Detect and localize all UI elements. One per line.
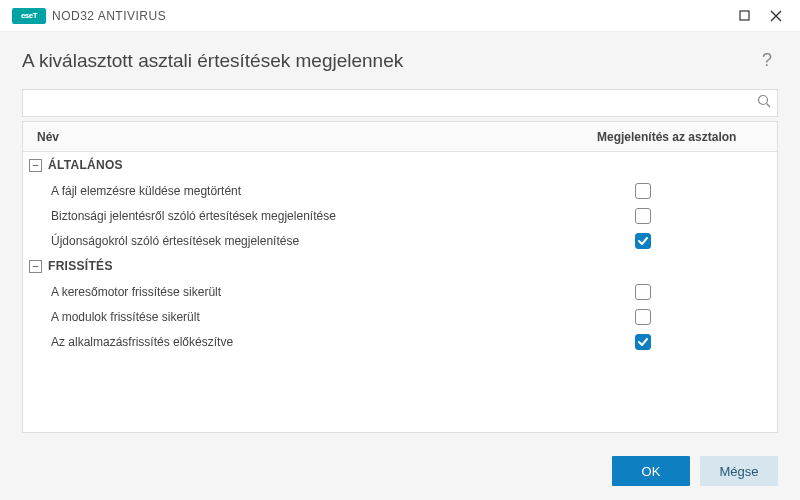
show-on-desktop-checkbox[interactable] [635, 233, 651, 249]
show-on-desktop-checkbox[interactable] [635, 208, 651, 224]
svg-point-1 [759, 96, 768, 105]
show-on-desktop-checkbox[interactable] [635, 183, 651, 199]
item-row: Újdonságokról szóló értesítések megjelen… [23, 228, 777, 253]
item-label: A fájl elemzésre küldése megtörtént [23, 184, 597, 198]
item-label: Biztonsági jelentésről szóló értesítések… [23, 209, 597, 223]
content: A kiválasztott asztali értesítések megje… [0, 32, 800, 442]
group-label: FRISSÍTÉS [48, 259, 113, 273]
page-title: A kiválasztott asztali értesítések megje… [22, 50, 756, 72]
svg-rect-0 [740, 11, 749, 20]
settings-table: Név Megjelenítés az asztalon −ÁLTALÁNOSA… [22, 121, 778, 433]
footer: OK Mégse [0, 442, 800, 500]
table-body: −ÁLTALÁNOSA fájl elemzésre küldése megtö… [23, 152, 777, 432]
item-label: Az alkalmazásfrissítés előkészítve [23, 335, 597, 349]
group-label: ÁLTALÁNOS [48, 158, 123, 172]
cancel-button[interactable]: Mégse [700, 456, 778, 486]
column-header-name[interactable]: Név [23, 130, 597, 144]
item-row: Biztonsági jelentésről szóló értesítések… [23, 203, 777, 228]
column-header-show[interactable]: Megjelenítés az asztalon [597, 130, 777, 144]
square-icon [739, 10, 750, 21]
item-label: A modulok frissítése sikerült [23, 310, 597, 324]
item-row: A modulok frissítése sikerült [23, 304, 777, 329]
maximize-button[interactable] [728, 2, 760, 30]
search-input[interactable] [31, 96, 757, 111]
search-icon[interactable] [757, 94, 771, 112]
ok-button[interactable]: OK [612, 456, 690, 486]
titlebar: eseT NOD32 ANTIVIRUS [0, 0, 800, 32]
item-row: A fájl elemzésre küldése megtörtént [23, 178, 777, 203]
item-label: Újdonságokról szóló értesítések megjelen… [23, 234, 597, 248]
show-on-desktop-checkbox[interactable] [635, 309, 651, 325]
close-icon [770, 10, 782, 22]
brand: eseT NOD32 ANTIVIRUS [12, 8, 166, 24]
close-button[interactable] [760, 2, 792, 30]
brand-product: NOD32 ANTIVIRUS [52, 9, 166, 23]
table-header: Név Megjelenítés az asztalon [23, 122, 777, 152]
item-label: A keresőmotor frissítése sikerült [23, 285, 597, 299]
collapse-icon[interactable]: − [29, 260, 42, 273]
search-bar[interactable] [22, 89, 778, 117]
item-row: A keresőmotor frissítése sikerült [23, 279, 777, 304]
group-row: −ÁLTALÁNOS [23, 152, 777, 178]
item-row: Az alkalmazásfrissítés előkészítve [23, 329, 777, 354]
help-button[interactable]: ? [756, 46, 778, 75]
brand-logo: eseT [12, 8, 46, 24]
collapse-icon[interactable]: − [29, 159, 42, 172]
show-on-desktop-checkbox[interactable] [635, 334, 651, 350]
group-row: −FRISSÍTÉS [23, 253, 777, 279]
show-on-desktop-checkbox[interactable] [635, 284, 651, 300]
